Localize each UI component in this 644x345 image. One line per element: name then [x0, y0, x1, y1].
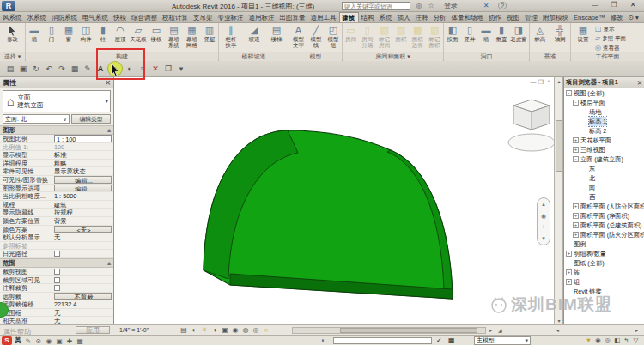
- apply-button[interactable]: 应用: [76, 326, 110, 334]
- filter-icon[interactable]: ▽: [631, 336, 641, 344]
- view-minimize-icon[interactable]: —: [530, 79, 537, 85]
- dormer-opening-button[interactable]: ◨老虎窗: [509, 24, 528, 52]
- panel-label-datum[interactable]: 基准: [530, 52, 570, 61]
- none-button[interactable]: <无>: [54, 226, 112, 233]
- roof-model[interactable]: [114, 77, 554, 324]
- curtain-grid-button[interactable]: ▦幕墙 网格: [183, 24, 201, 52]
- emoji-icon[interactable]: ⊙: [34, 337, 43, 345]
- view-scale-label[interactable]: 1/4" = 1'-0": [119, 327, 149, 333]
- close-icon[interactable]: ✕: [637, 79, 642, 87]
- crop-view-icon[interactable]: ▣: [220, 326, 230, 334]
- collapse-icon[interactable]: ▴: [107, 259, 111, 267]
- show-work-plane-button[interactable]: ◫显示: [595, 24, 626, 33]
- shadows-icon[interactable]: ◑: [210, 326, 220, 334]
- scroll-right-icon[interactable]: ▸: [489, 327, 492, 333]
- visual-style-icon[interactable]: ◐: [189, 326, 199, 334]
- expander-icon[interactable]: +: [566, 279, 572, 285]
- tree-level-1[interactable]: 标高 1: [564, 117, 644, 126]
- tab-tongyong-biaozhu[interactable]: 通用标注: [246, 12, 277, 22]
- collapse-icon[interactable]: ▴: [107, 126, 111, 134]
- edit-button[interactable]: 编辑...: [54, 176, 112, 184]
- ribbon-display-toggle-icon[interactable]: ⊙ ▾: [626, 12, 641, 22]
- tab-annotate[interactable]: 注释: [413, 12, 431, 22]
- checked-icon[interactable]: ✓: [436, 336, 442, 344]
- expander-icon[interactable]: +: [566, 251, 572, 257]
- tab-zonghe[interactable]: 综合调整: [129, 12, 160, 22]
- tree-schedules[interactable]: +明细表/数量: [564, 249, 644, 258]
- workset-field[interactable]: [333, 337, 432, 344]
- open-icon[interactable]: ▤: [5, 63, 15, 75]
- select-pinned-icon[interactable]: ◧: [612, 336, 622, 344]
- editable-only-icon[interactable]: ▼: [584, 336, 593, 344]
- select-links-icon[interactable]: ◉: [593, 336, 603, 344]
- language-toggle-icon[interactable]: 英: [14, 336, 22, 345]
- save-icon[interactable]: ▣: [18, 63, 28, 75]
- scroll-down-icon[interactable]: ▾: [555, 318, 563, 324]
- resize-grip-icon[interactable]: ◢: [498, 327, 502, 333]
- design-options-icon[interactable]: ▦: [448, 336, 455, 344]
- railing-button[interactable]: ∥栏杆 扶手: [219, 24, 243, 52]
- tree-south[interactable]: 南: [564, 183, 644, 192]
- picture-icon[interactable]: ▣: [55, 337, 64, 345]
- print-icon[interactable]: ▦: [70, 63, 80, 75]
- horizontal-scrollbar[interactable]: [292, 327, 486, 334]
- reveal-hidden-icon[interactable]: ○: [261, 326, 271, 334]
- edit-type-button[interactable]: 编辑类型: [71, 114, 111, 124]
- stair-button[interactable]: ▤楼梯: [265, 24, 288, 52]
- scrollbar-thumb[interactable]: [340, 328, 477, 333]
- scroll-up-icon[interactable]: ▴: [555, 78, 563, 84]
- panel-label-opening[interactable]: 洞口: [444, 52, 529, 61]
- chevron-up-icon[interactable]: ▴: [542, 201, 545, 208]
- tree-groups[interactable]: +组: [564, 277, 644, 287]
- level-button[interactable]: ◬标高: [530, 24, 550, 52]
- expander-icon[interactable]: -: [573, 100, 579, 106]
- measure-icon[interactable]: ✎: [82, 63, 93, 75]
- section-extents[interactable]: 范围▴: [0, 258, 113, 268]
- favorites-star-icon[interactable]: ☆: [426, 1, 436, 10]
- ref-plane-button[interactable]: ▱参照 平面: [595, 33, 626, 43]
- sun-path-checkbox[interactable]: [54, 251, 60, 257]
- expander-icon[interactable]: -: [573, 156, 579, 162]
- panel-label-work-plane[interactable]: 工作平面: [571, 52, 644, 61]
- zoom-icon[interactable]: +: [542, 224, 545, 230]
- view-up-icon[interactable]: ^: [545, 79, 552, 85]
- tree-area-plan-gross[interactable]: +面积平面 (总建筑面积): [564, 221, 644, 230]
- unlock-view-icon[interactable]: ◍: [240, 326, 251, 334]
- toolbox-icon[interactable]: ▦: [76, 337, 84, 345]
- tree-area-plan-net[interactable]: +面积平面 (净面积): [564, 211, 644, 221]
- expander-icon[interactable]: +: [573, 137, 579, 143]
- view-selector-dropdown[interactable]: 立面: 北∨: [3, 114, 70, 124]
- maximize-button[interactable]: ❐: [605, 0, 623, 11]
- tab-systems[interactable]: 系统: [377, 12, 395, 22]
- switch-windows-icon[interactable]: ❐: [163, 63, 173, 75]
- tree-elevations[interactable]: -立面 (建筑立面): [564, 154, 644, 164]
- tab-kuaimo[interactable]: 快模: [111, 12, 129, 22]
- undo-icon[interactable]: ↶: [44, 63, 54, 75]
- exchange-apps-icon[interactable]: ✕: [481, 1, 491, 10]
- select-underlay-icon[interactable]: ◎: [603, 336, 612, 344]
- no-clip-button[interactable]: 不剪裁: [54, 293, 112, 300]
- tab-chutu[interactable]: 出图算量: [277, 12, 308, 22]
- tree-legends[interactable]: 图例: [564, 239, 644, 249]
- close-hidden-windows-icon[interactable]: ✕: [150, 63, 161, 75]
- door-button[interactable]: ▯门: [43, 24, 60, 52]
- tree-level-2[interactable]: 标高 2: [564, 126, 644, 136]
- temporary-hide-icon[interactable]: ◎: [251, 326, 261, 334]
- type-selector[interactable]: ⌂ 立面建筑立面 ▾: [3, 90, 111, 112]
- curtain-system-button[interactable]: ▤幕墙 系统: [165, 24, 183, 52]
- tab-collaborate[interactable]: 协作: [486, 12, 504, 22]
- tab-insert[interactable]: 插入: [395, 12, 413, 22]
- modify-button[interactable]: 修改: [0, 24, 25, 52]
- tab-massing-site[interactable]: 体量和场地: [449, 12, 487, 22]
- add-icon[interactable]: ✚: [65, 337, 74, 345]
- navigation-bar[interactable]: ▴ ◉ + ▾: [537, 197, 550, 245]
- help-icon[interactable]: ?: [498, 2, 507, 9]
- view-scale-input[interactable]: 1 : 100: [54, 135, 112, 142]
- tree-east[interactable]: 东: [564, 164, 644, 173]
- tab-shuixitong[interactable]: 水系统: [25, 12, 50, 22]
- model-text-button[interactable]: A模型 文字: [289, 24, 307, 52]
- scroll-left-icon[interactable]: ◂: [556, 327, 559, 333]
- tree-ceiling-plans[interactable]: +天花板平面: [564, 136, 644, 145]
- vertical-scrollbar[interactable]: ▴ ▾: [554, 77, 563, 324]
- tab-zhuanye-biaozhu[interactable]: 专业标注: [216, 12, 246, 22]
